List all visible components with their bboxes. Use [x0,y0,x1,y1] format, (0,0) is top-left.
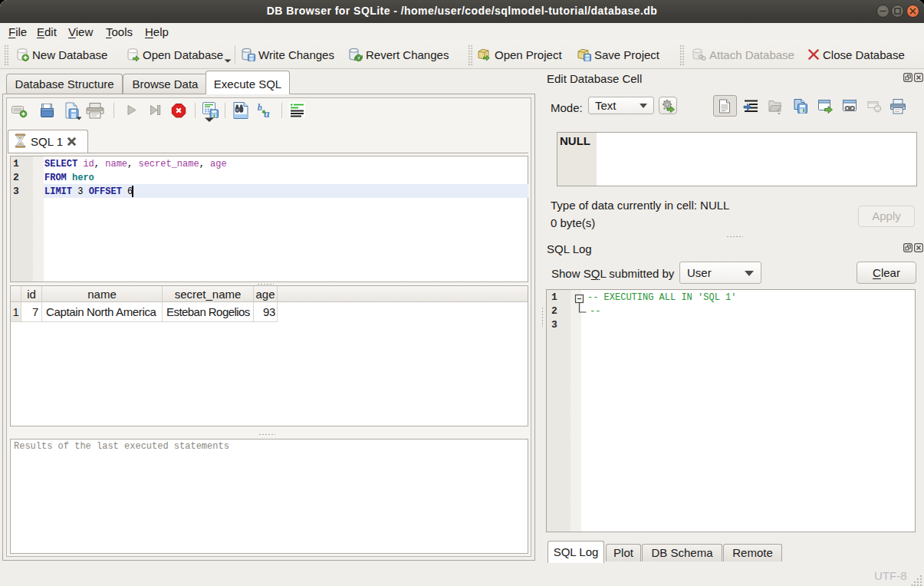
svg-text:b: b [258,102,262,113]
svg-text:a: a [264,107,270,120]
